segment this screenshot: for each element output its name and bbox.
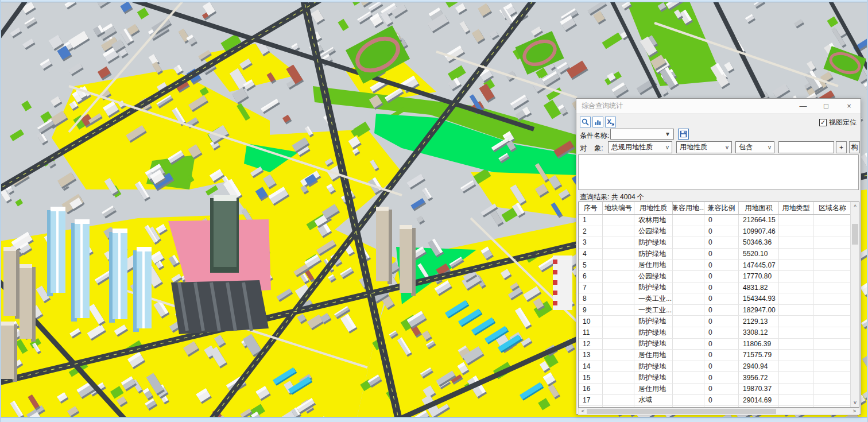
cell-land-area: 4831.82 [739, 282, 779, 293]
column-header-index[interactable]: 序号 [579, 202, 603, 214]
table-row[interactable]: 8一类工业...0154344.93 [579, 293, 850, 305]
field-combobox[interactable]: 用地性质 v [676, 141, 732, 153]
cell-land-use: 防护绿地 [634, 361, 673, 372]
cell-region-name [813, 305, 850, 316]
view-locate-option[interactable]: ✓ 视图定位 [819, 118, 857, 127]
cell-region-name [813, 339, 850, 350]
export-excel-button[interactable]: X [605, 117, 616, 127]
cell-land-use: 居住用地 [634, 260, 673, 270]
table-row[interactable]: 2公园绿地0109907.46 [579, 226, 850, 238]
column-header-region-name[interactable]: 区域名称 [813, 202, 850, 214]
table-row[interactable]: 12防护绿地011806.39 [579, 339, 850, 350]
combobox-dropdown-arrow-icon[interactable]: v [666, 145, 669, 150]
cell-index: 8 [579, 293, 603, 304]
table-row[interactable]: 18防护绿地03302.13 [579, 406, 850, 407]
cell-land-type [779, 237, 813, 248]
condition-value-input[interactable] [778, 141, 834, 153]
statistics-button[interactable] [592, 117, 603, 127]
query-button[interactable] [580, 117, 591, 127]
cell-compatible-use [673, 226, 704, 237]
cell-land-area: 5520.10 [739, 249, 779, 260]
column-header-compatible-ratio[interactable]: 兼容比例 [704, 202, 739, 214]
cell-index: 11 [579, 327, 603, 338]
svg-text:X: X [607, 118, 612, 125]
table-row[interactable]: 14防护绿地02940.94 [579, 361, 850, 373]
result-count-label: 查询结果: 共 4004 个 [580, 192, 644, 202]
cell-land-use: 公园绿地 [634, 226, 673, 237]
view-locate-checkbox[interactable]: ✓ [819, 119, 827, 126]
table-row[interactable]: 9一类工业...0182947.00 [579, 305, 850, 316]
column-header-land-area[interactable]: 用地面积 [739, 202, 779, 214]
cell-land-area: 109907.46 [739, 226, 779, 237]
column-header-parcel-id[interactable]: 地块编号 [603, 202, 634, 214]
build-query-button[interactable]: 构 [849, 141, 860, 153]
combobox-dropdown-arrow-icon[interactable]: v [726, 145, 728, 150]
cell-land-area: 154344.93 [739, 293, 779, 304]
table-row[interactable]: 7防护绿地04831.82 [579, 282, 850, 294]
cell-land-use: 防护绿地 [634, 316, 673, 327]
table-row[interactable]: 4防护绿地05520.10 [579, 249, 850, 260]
table-row[interactable]: 3防护绿地050346.36 [579, 237, 850, 249]
maximize-button[interactable]: □ [815, 99, 838, 113]
cell-compatible-use [673, 372, 704, 383]
results-table: 序号地块编号用地性质兼容用地...兼容比例用地面积用地类型区域名称 1农林用地0… [578, 202, 859, 408]
field-value: 用地性质 [680, 142, 707, 152]
cell-index: 14 [579, 361, 603, 372]
close-button[interactable]: × [838, 99, 861, 113]
query-statistics-panel: 综合查询统计 — □ × [576, 98, 861, 415]
vertical-scrollbar[interactable]: ^ v [850, 202, 859, 407]
cell-compatible-use [673, 384, 704, 394]
cell-compatible-ratio: 0 [704, 350, 739, 361]
scroll-down-icon[interactable]: v [851, 399, 859, 406]
cell-region-name [813, 237, 850, 248]
column-header-land-type[interactable]: 用地类型 [779, 202, 813, 214]
table-row[interactable]: 10防护绿地02129.13 [579, 316, 850, 327]
table-row[interactable]: 13居住用地071575.79 [579, 350, 850, 361]
table-row[interactable]: 17水域029014.69 [579, 395, 850, 406]
add-condition-button[interactable]: + [836, 141, 847, 153]
cell-land-use: 一类工业... [634, 305, 673, 316]
table-row[interactable]: 16居住用地019870.37 [579, 384, 850, 395]
cell-land-use: 防护绿地 [634, 406, 673, 407]
cell-index: 6 [579, 271, 603, 282]
cell-land-area: 29014.69 [739, 395, 779, 406]
save-condition-button[interactable] [678, 129, 689, 140]
table-row[interactable]: 11防护绿地03308.12 [579, 327, 850, 339]
scroll-right-icon[interactable]: > [851, 408, 858, 415]
cell-land-area: 11806.39 [739, 339, 779, 350]
condition-listbox[interactable] [578, 154, 859, 190]
panel-titlebar[interactable]: 综合查询统计 — □ × [576, 99, 861, 114]
application-window: 综合查询统计 — □ × [0, 0, 868, 422]
cell-land-type [779, 282, 813, 293]
cell-parcel-id [603, 226, 634, 237]
search-icon [582, 118, 589, 126]
horizontal-scrollbar-thumb[interactable] [587, 409, 776, 414]
combobox-dropdown-arrow-icon[interactable]: v [768, 145, 771, 150]
cell-land-area: 2940.94 [739, 361, 779, 372]
horizontal-scrollbar[interactable]: < > [578, 408, 859, 415]
cell-compatible-use [673, 293, 704, 304]
object-type-combobox[interactable]: 总规用地性质 v [608, 141, 672, 153]
table-row[interactable]: 15防护绿地03956.72 [579, 372, 850, 384]
column-header-land-use[interactable]: 用地性质 [634, 202, 673, 214]
condition-name-combobox[interactable]: ▼ [610, 129, 674, 140]
scroll-up-icon[interactable]: ^ [851, 203, 859, 210]
vertical-scrollbar-thumb[interactable] [852, 224, 858, 245]
cell-parcel-id [603, 406, 634, 407]
cell-region-name [813, 395, 850, 406]
minimize-button[interactable]: — [792, 99, 815, 113]
cell-land-type [779, 249, 813, 260]
cell-land-use: 防护绿地 [634, 282, 673, 293]
column-header-compatible-use[interactable]: 兼容用地... [673, 202, 704, 214]
cell-land-type [779, 361, 813, 372]
cell-region-name [813, 327, 850, 338]
cell-parcel-id [603, 282, 634, 293]
table-row[interactable]: 1农林用地0212664.15 [579, 215, 850, 226]
table-row[interactable]: 5居住用地0147445.07 [579, 260, 850, 271]
operator-combobox[interactable]: 包含 v [735, 141, 774, 153]
cell-compatible-use [673, 260, 704, 270]
scroll-left-icon[interactable]: < [580, 408, 586, 415]
cell-land-area: 147445.07 [739, 260, 779, 270]
table-row[interactable]: 6公园绿地017770.80 [579, 271, 850, 282]
combobox-dropdown-arrow-icon[interactable]: ▼ [665, 131, 671, 137]
